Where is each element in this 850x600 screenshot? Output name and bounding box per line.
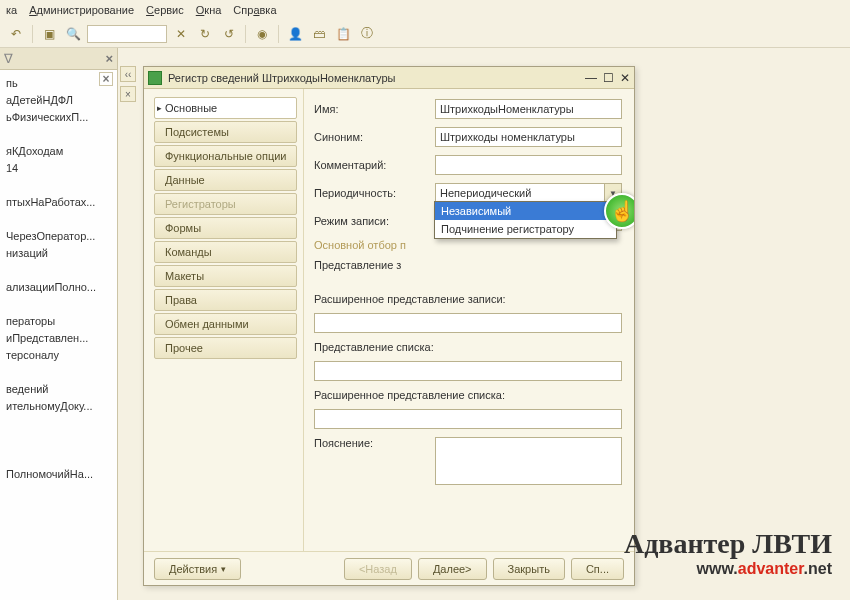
name-label: Имя: [314, 103, 429, 115]
dropdown-option[interactable]: Подчинение регистратору [435, 220, 616, 238]
explanation-label: Пояснение: [314, 437, 429, 449]
tab-команды[interactable]: Команды [154, 241, 297, 263]
close-window-icon[interactable]: ✕ [620, 71, 630, 85]
tab-обмен-данными[interactable]: Обмен данными [154, 313, 297, 335]
tree-item[interactable]: ьФизическихП... [2, 108, 117, 125]
menu-item[interactable]: ка [6, 4, 17, 16]
form-panel: Имя: ШтрихкодыНоменклатуры Синоним: Штри… [304, 89, 634, 551]
ext-record-repr-label: Расширенное представление записи: [314, 293, 506, 305]
close-icon[interactable]: × [105, 51, 113, 66]
nav-icon[interactable]: ↺ [219, 24, 239, 44]
tree-item[interactable]: ительномуДоку... [2, 397, 117, 414]
left-panel: ∇ × × пьаДетейНДФЛьФизическихП...яКДоход… [0, 48, 118, 600]
tree-item[interactable]: ведений [2, 380, 117, 397]
clear-icon[interactable]: ✕ [171, 24, 191, 44]
menu-item[interactable]: Окна [196, 4, 222, 16]
list-repr-label: Представление списка: [314, 341, 434, 353]
menu-item[interactable]: Администрирование [29, 4, 134, 16]
dropdown-option[interactable]: Независимый [435, 202, 616, 220]
tree-item[interactable] [2, 363, 117, 380]
filter-label: Основной отбор п [314, 239, 429, 251]
tab-подсистемы[interactable]: Подсистемы [154, 121, 297, 143]
toolbar: ↶ ▣ 🔍 ✕ ↻ ↺ ◉ 👤 🗃 📋 ⓘ [0, 20, 850, 48]
tree-item[interactable] [2, 295, 117, 312]
window-footer: Действия <Назад Далее> Закрыть Сп... [144, 551, 634, 585]
docs-icon[interactable]: 📋 [333, 24, 353, 44]
tree-item[interactable]: ПолномочийНа... [2, 465, 117, 482]
maximize-icon[interactable]: ☐ [603, 71, 614, 85]
synonym-field[interactable]: Штрихкоды номенклатуры [435, 127, 622, 147]
tab-макеты[interactable]: Макеты [154, 265, 297, 287]
user-icon[interactable]: 👤 [285, 24, 305, 44]
record-repr-label: Представление з [314, 259, 401, 271]
ext-list-repr-label: Расширенное представление списка: [314, 389, 505, 401]
help-button[interactable]: Сп... [571, 558, 624, 580]
tree-item[interactable] [2, 448, 117, 465]
tree-item[interactable] [2, 261, 117, 278]
tab-основные[interactable]: Основные [154, 97, 297, 119]
tree-item[interactable] [2, 414, 117, 431]
tab-данные[interactable]: Данные [154, 169, 297, 191]
tab-права[interactable]: Права [154, 289, 297, 311]
tree-item[interactable] [2, 125, 117, 142]
tree-item[interactable]: 14 [2, 159, 117, 176]
refresh-icon[interactable]: ↻ [195, 24, 215, 44]
next-button[interactable]: Далее> [418, 558, 487, 580]
window-titlebar[interactable]: Регистр сведений ШтрихкодыНоменклатуры —… [144, 67, 634, 89]
periodicity-label: Периодичность: [314, 187, 429, 199]
undo-icon[interactable]: ↶ [6, 24, 26, 44]
ext-list-repr-field[interactable] [314, 409, 622, 429]
actions-button[interactable]: Действия [154, 558, 241, 580]
info-icon[interactable]: ⓘ [357, 24, 377, 44]
back-button[interactable]: <Назад [344, 558, 412, 580]
search-panel-icon[interactable]: ▣ [39, 24, 59, 44]
tree-item[interactable]: аДетейНДФЛ [2, 91, 117, 108]
tree-item[interactable]: птыхНаРаботах... [2, 193, 117, 210]
search-input[interactable] [87, 25, 167, 43]
tab-регистраторы[interactable]: Регистраторы [154, 193, 297, 215]
tree-item[interactable]: ЧерезОператор... [2, 227, 117, 244]
cursor-indicator-icon [604, 193, 634, 229]
tree-item[interactable]: ператоры [2, 312, 117, 329]
comment-label: Комментарий: [314, 159, 429, 171]
navigation-tree[interactable]: пьаДетейНДФЛьФизическихП...яКДоходам14пт… [0, 70, 117, 580]
tree-item[interactable] [2, 176, 117, 193]
db-icon[interactable]: 🗃 [309, 24, 329, 44]
tree-item[interactable]: иПредставлен... [2, 329, 117, 346]
menubar: ка Администрирование Сервис Окна Справка [0, 0, 850, 20]
minimize-icon[interactable]: — [585, 71, 597, 85]
name-field[interactable]: ШтрихкодыНоменклатуры [435, 99, 622, 119]
register-icon [148, 71, 162, 85]
record-icon[interactable]: ◉ [252, 24, 272, 44]
tabs-column: ОсновныеПодсистемыФункциональные опцииДа… [144, 89, 304, 551]
panel-close-icon[interactable]: × [120, 86, 136, 102]
tab-прочее[interactable]: Прочее [154, 337, 297, 359]
close-button[interactable]: Закрыть [493, 558, 565, 580]
tab-функциональные-опции[interactable]: Функциональные опции [154, 145, 297, 167]
register-editor-window: Регистр сведений ШтрихкодыНоменклатуры —… [143, 66, 635, 586]
menu-item[interactable]: Справка [233, 4, 276, 16]
tree-item[interactable]: яКДоходам [2, 142, 117, 159]
panel-pin-icon[interactable]: ‹‹ [120, 66, 136, 82]
list-repr-field[interactable] [314, 361, 622, 381]
periodicity-select[interactable]: Непериодический ▼ [435, 183, 622, 203]
tree-item[interactable]: пь [2, 74, 117, 91]
tree-item[interactable] [2, 210, 117, 227]
search-icon[interactable]: 🔍 [63, 24, 83, 44]
menu-item[interactable]: Сервис [146, 4, 184, 16]
writemode-dropdown[interactable]: Независимый Подчинение регистратору [434, 201, 617, 239]
tree-item[interactable]: терсоналу [2, 346, 117, 363]
writemode-label: Режим записи: [314, 215, 429, 227]
tree-item[interactable]: ализацииПолно... [2, 278, 117, 295]
explanation-field[interactable] [435, 437, 622, 485]
comment-field[interactable] [435, 155, 622, 175]
tree-item[interactable]: низаций [2, 244, 117, 261]
watermark: Адвантер ЛВТИ www.advanter.net [624, 528, 832, 578]
window-title: Регистр сведений ШтрихкодыНоменклатуры [168, 72, 396, 84]
filter-icon[interactable]: ∇ [4, 51, 13, 66]
ext-record-repr-field[interactable] [314, 313, 622, 333]
tab-формы[interactable]: Формы [154, 217, 297, 239]
tree-item[interactable] [2, 431, 117, 448]
synonym-label: Синоним: [314, 131, 429, 143]
